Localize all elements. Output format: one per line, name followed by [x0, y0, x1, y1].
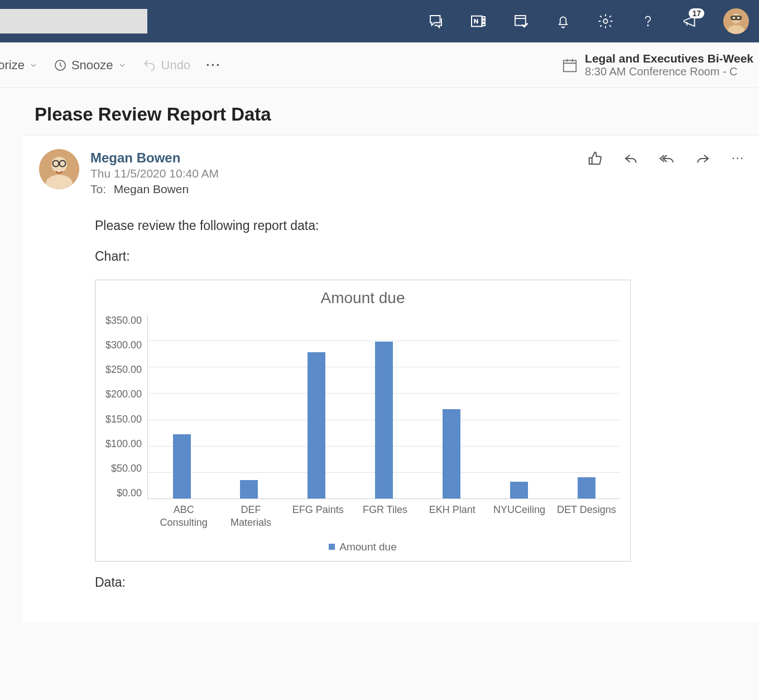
x-tick: DET Designs: [556, 504, 617, 530]
svg-point-6: [647, 25, 648, 26]
recipient-line: To: Megan Bowen: [90, 183, 219, 196]
search-box[interactable]: [0, 9, 147, 33]
y-tick: $100.00: [105, 438, 142, 450]
y-tick: $300.00: [105, 339, 142, 351]
teams-chat-icon[interactable]: [426, 12, 445, 31]
body-chart-label: Chart:: [95, 249, 742, 264]
svg-rect-3: [482, 23, 485, 26]
forward-button[interactable]: [693, 149, 712, 168]
message-body: Please review the following report data:…: [39, 196, 742, 590]
header-icon-group: 17: [426, 0, 749, 42]
svg-rect-1: [482, 17, 485, 19]
todo-icon[interactable]: [511, 12, 530, 31]
profile-avatar[interactable]: [723, 8, 749, 34]
chart-bar: [510, 482, 528, 498]
email-date: Thu 11/5/2020 10:40 AM: [90, 167, 219, 180]
legend-label: Amount due: [339, 541, 396, 553]
settings-icon[interactable]: [596, 12, 615, 31]
to-label: To:: [90, 183, 106, 195]
notifications-icon[interactable]: [554, 12, 573, 31]
announcement-badge: 17: [689, 8, 704, 18]
email-subject: Please Review Report Data: [35, 104, 739, 125]
svg-point-5: [603, 19, 608, 23]
chart-legend: Amount due: [105, 541, 620, 553]
chart-bar: [240, 480, 258, 498]
announcements-icon[interactable]: 17: [681, 12, 700, 31]
onenote-icon[interactable]: [469, 12, 488, 31]
chart-bar: [578, 477, 595, 498]
chevron-down-icon: [118, 61, 127, 70]
undo-button[interactable]: Undo: [134, 42, 199, 88]
more-icon: ···: [206, 58, 221, 73]
message-card: Megan Bowen Thu 11/5/2020 10:40 AM To: M…: [22, 135, 759, 622]
x-tick: NYUCeiling: [489, 504, 550, 530]
app-header: 17: [0, 0, 759, 42]
body-intro: Please review the following report data:: [95, 218, 742, 233]
body-data-label: Data:: [95, 575, 742, 590]
y-tick: $0.00: [117, 487, 142, 499]
reply-button[interactable]: [622, 149, 641, 168]
chart-y-axis: $350.00$300.00$250.00$200.00$150.00$100.…: [105, 315, 147, 499]
x-tick: DEF Materials: [220, 504, 281, 530]
undo-icon: [142, 58, 157, 73]
y-tick: $150.00: [105, 414, 142, 425]
categorize-label: gorize: [0, 58, 25, 73]
message-toolbar: gorize Snooze Undo ··· Legal and Executi…: [0, 42, 759, 88]
y-tick: $350.00: [105, 315, 142, 327]
chart-frame: Amount due $350.00$300.00$250.00$200.00$…: [95, 280, 631, 562]
chart-bar: [308, 352, 325, 498]
next-meeting-pane[interactable]: Legal and Executives Bi-Week 8:30 AM Con…: [556, 42, 759, 88]
calendar-icon: [561, 57, 578, 74]
chart-plot-area: [147, 315, 620, 499]
y-tick: $250.00: [105, 364, 142, 376]
legend-swatch: [329, 544, 335, 550]
x-tick: FGR Tiles: [354, 504, 416, 530]
message-actions: ···: [586, 149, 748, 168]
more-message-actions-button[interactable]: ···: [729, 149, 748, 168]
svg-rect-2: [482, 20, 485, 22]
sender-avatar[interactable]: [39, 149, 79, 189]
chart-title: Amount due: [105, 289, 620, 307]
meeting-subtitle: 8:30 AM Conference Room - C: [585, 65, 753, 78]
meeting-title: Legal and Executives Bi-Week: [585, 52, 753, 65]
x-tick: ABC Consulting: [153, 504, 214, 530]
chevron-down-icon: [29, 61, 38, 70]
x-tick: EFG Paints: [287, 504, 349, 530]
y-tick: $50.00: [111, 463, 142, 474]
like-button[interactable]: [586, 149, 605, 168]
snooze-button[interactable]: Snooze: [46, 42, 134, 88]
chart-bar: [375, 342, 393, 498]
x-tick: EKH Plant: [421, 504, 483, 530]
more-icon: ···: [732, 154, 744, 164]
to-value: Megan Bowen: [114, 183, 189, 195]
chart-x-axis: ABC ConsultingDEF MaterialsEFG PaintsFGR…: [150, 504, 620, 530]
snooze-label: Snooze: [71, 58, 113, 73]
chart-bar: [443, 409, 460, 498]
svg-rect-4: [515, 16, 526, 26]
subject-area: Please Review Report Data: [0, 88, 759, 135]
svg-rect-14: [564, 60, 577, 71]
svg-rect-0: [472, 16, 482, 27]
clock-icon: [54, 59, 67, 72]
categorize-button[interactable]: gorize: [0, 42, 46, 88]
sender-name[interactable]: Megan Bowen: [90, 150, 219, 166]
reply-all-button[interactable]: [657, 149, 676, 168]
more-actions-button[interactable]: ···: [198, 42, 229, 88]
undo-label: Undo: [161, 58, 191, 73]
chart-bar: [173, 434, 191, 498]
y-tick: $200.00: [105, 389, 142, 400]
help-icon[interactable]: [638, 12, 657, 31]
